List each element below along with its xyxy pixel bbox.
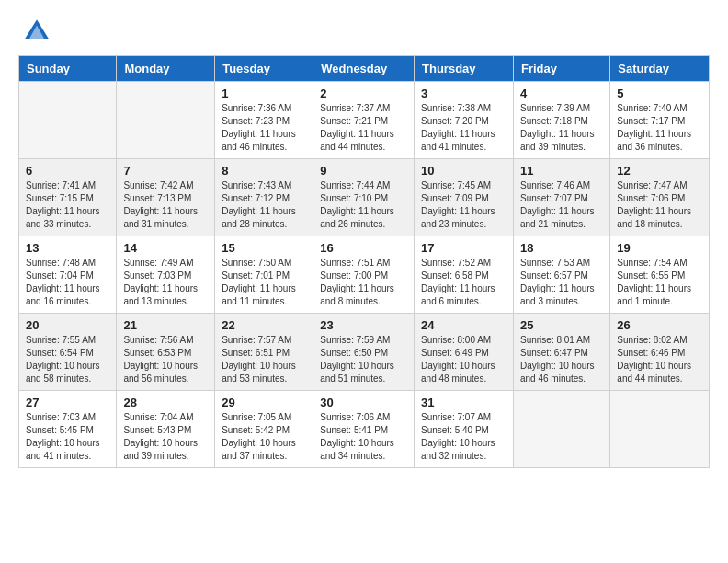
column-header-tuesday: Tuesday: [215, 56, 313, 82]
cell-info: Sunrise: 7:41 AMSunset: 7:15 PMDaylight:…: [26, 179, 109, 231]
column-header-friday: Friday: [513, 56, 609, 82]
cell-info: Sunrise: 7:59 AMSunset: 6:50 PMDaylight:…: [320, 334, 407, 385]
calendar-cell: 4Sunrise: 7:39 AMSunset: 7:18 PMDaylight…: [513, 82, 609, 159]
day-number: 14: [123, 241, 208, 255]
calendar-table: SundayMondayTuesdayWednesdayThursdayFrid…: [18, 55, 710, 468]
calendar-cell: 28Sunrise: 7:04 AMSunset: 5:43 PMDayligh…: [117, 391, 215, 468]
calendar-cell: 12Sunrise: 7:47 AMSunset: 7:06 PMDayligh…: [610, 159, 710, 236]
calendar-cell: 2Sunrise: 7:37 AMSunset: 7:21 PMDaylight…: [313, 82, 415, 159]
column-header-sunday: Sunday: [19, 56, 117, 82]
cell-info: Sunrise: 7:45 AMSunset: 7:09 PMDaylight:…: [421, 179, 506, 231]
calendar-cell: 8Sunrise: 7:43 AMSunset: 7:12 PMDaylight…: [215, 159, 313, 236]
calendar-cell: 7Sunrise: 7:42 AMSunset: 7:13 PMDaylight…: [117, 159, 215, 236]
day-number: 9: [320, 164, 407, 178]
calendar-cell: 21Sunrise: 7:56 AMSunset: 6:53 PMDayligh…: [117, 314, 215, 391]
calendar-cell: 31Sunrise: 7:07 AMSunset: 5:40 PMDayligh…: [415, 391, 514, 468]
cell-info: Sunrise: 7:54 AMSunset: 6:55 PMDaylight:…: [617, 257, 702, 308]
day-number: 8: [222, 164, 306, 178]
calendar-header-row: SundayMondayTuesdayWednesdayThursdayFrid…: [19, 56, 710, 82]
calendar-cell: 18Sunrise: 7:53 AMSunset: 6:57 PMDayligh…: [513, 236, 609, 314]
cell-info: Sunrise: 7:47 AMSunset: 7:06 PMDaylight:…: [617, 179, 702, 231]
page-header: [0, 0, 728, 55]
logo-icon: [22, 17, 51, 46]
cell-info: Sunrise: 7:04 AMSunset: 5:43 PMDaylight:…: [123, 411, 208, 463]
calendar-cell: [513, 391, 609, 468]
calendar-cell: 14Sunrise: 7:49 AMSunset: 7:03 PMDayligh…: [117, 236, 215, 314]
cell-info: Sunrise: 7:56 AMSunset: 6:53 PMDaylight:…: [123, 334, 208, 385]
cell-info: Sunrise: 7:49 AMSunset: 7:03 PMDaylight:…: [123, 257, 208, 308]
calendar-cell: 5Sunrise: 7:40 AMSunset: 7:17 PMDaylight…: [610, 82, 710, 159]
calendar-cell: 10Sunrise: 7:45 AMSunset: 7:09 PMDayligh…: [415, 159, 514, 236]
day-number: 28: [123, 396, 208, 409]
day-number: 19: [617, 241, 702, 255]
day-number: 16: [320, 241, 407, 255]
calendar-cell: 13Sunrise: 7:48 AMSunset: 7:04 PMDayligh…: [19, 236, 117, 314]
calendar-cell: 11Sunrise: 7:46 AMSunset: 7:07 PMDayligh…: [513, 159, 609, 236]
calendar-cell: [610, 391, 710, 468]
calendar-week-row: 27Sunrise: 7:03 AMSunset: 5:45 PMDayligh…: [19, 391, 710, 468]
cell-info: Sunrise: 7:42 AMSunset: 7:13 PMDaylight:…: [123, 179, 208, 231]
cell-info: Sunrise: 7:50 AMSunset: 7:01 PMDaylight:…: [222, 257, 306, 308]
day-number: 22: [222, 318, 306, 332]
cell-info: Sunrise: 7:05 AMSunset: 5:42 PMDaylight:…: [222, 411, 306, 463]
cell-info: Sunrise: 8:01 AMSunset: 6:47 PMDaylight:…: [520, 334, 603, 385]
day-number: 7: [123, 164, 208, 178]
day-number: 1: [222, 86, 306, 100]
day-number: 20: [26, 318, 109, 332]
calendar-cell: 24Sunrise: 8:00 AMSunset: 6:49 PMDayligh…: [415, 314, 514, 391]
day-number: 11: [520, 164, 603, 178]
cell-info: Sunrise: 7:51 AMSunset: 7:00 PMDaylight:…: [320, 257, 407, 308]
day-number: 15: [222, 241, 306, 255]
day-number: 12: [617, 164, 702, 178]
cell-info: Sunrise: 7:40 AMSunset: 7:17 PMDaylight:…: [617, 102, 702, 154]
cell-info: Sunrise: 7:06 AMSunset: 5:41 PMDaylight:…: [320, 411, 407, 463]
calendar-cell: 23Sunrise: 7:59 AMSunset: 6:50 PMDayligh…: [313, 314, 415, 391]
calendar-cell: 22Sunrise: 7:57 AMSunset: 6:51 PMDayligh…: [215, 314, 313, 391]
cell-info: Sunrise: 8:00 AMSunset: 6:49 PMDaylight:…: [421, 334, 506, 385]
day-number: 3: [421, 86, 506, 100]
day-number: 18: [520, 241, 603, 255]
day-number: 27: [26, 396, 109, 409]
calendar-cell: 17Sunrise: 7:52 AMSunset: 6:58 PMDayligh…: [415, 236, 514, 314]
cell-info: Sunrise: 7:03 AMSunset: 5:45 PMDaylight:…: [26, 411, 109, 463]
cell-info: Sunrise: 7:36 AMSunset: 7:23 PMDaylight:…: [222, 102, 306, 154]
cell-info: Sunrise: 7:55 AMSunset: 6:54 PMDaylight:…: [26, 334, 109, 385]
calendar-week-row: 20Sunrise: 7:55 AMSunset: 6:54 PMDayligh…: [19, 314, 710, 391]
cell-info: Sunrise: 7:43 AMSunset: 7:12 PMDaylight:…: [222, 179, 306, 231]
day-number: 6: [26, 164, 109, 178]
calendar-week-row: 1Sunrise: 7:36 AMSunset: 7:23 PMDaylight…: [19, 82, 710, 159]
calendar-cell: 27Sunrise: 7:03 AMSunset: 5:45 PMDayligh…: [19, 391, 117, 468]
calendar-cell: 19Sunrise: 7:54 AMSunset: 6:55 PMDayligh…: [610, 236, 710, 314]
cell-info: Sunrise: 7:44 AMSunset: 7:10 PMDaylight:…: [320, 179, 407, 231]
calendar-cell: 25Sunrise: 8:01 AMSunset: 6:47 PMDayligh…: [513, 314, 609, 391]
calendar-cell: 26Sunrise: 8:02 AMSunset: 6:46 PMDayligh…: [610, 314, 710, 391]
cell-info: Sunrise: 7:48 AMSunset: 7:04 PMDaylight:…: [26, 257, 109, 308]
day-number: 13: [26, 241, 109, 255]
column-header-wednesday: Wednesday: [313, 56, 415, 82]
calendar-week-row: 6Sunrise: 7:41 AMSunset: 7:15 PMDaylight…: [19, 159, 710, 236]
cell-info: Sunrise: 7:39 AMSunset: 7:18 PMDaylight:…: [520, 102, 603, 154]
calendar-week-row: 13Sunrise: 7:48 AMSunset: 7:04 PMDayligh…: [19, 236, 710, 314]
cell-info: Sunrise: 7:52 AMSunset: 6:58 PMDaylight:…: [421, 257, 506, 308]
cell-info: Sunrise: 7:38 AMSunset: 7:20 PMDaylight:…: [421, 102, 506, 154]
cell-info: Sunrise: 7:53 AMSunset: 6:57 PMDaylight:…: [520, 257, 603, 308]
calendar-cell: 16Sunrise: 7:51 AMSunset: 7:00 PMDayligh…: [313, 236, 415, 314]
calendar-cell: 3Sunrise: 7:38 AMSunset: 7:20 PMDaylight…: [415, 82, 514, 159]
day-number: 25: [520, 318, 603, 332]
day-number: 4: [520, 86, 603, 100]
column-header-thursday: Thursday: [415, 56, 514, 82]
cell-info: Sunrise: 7:37 AMSunset: 7:21 PMDaylight:…: [320, 102, 407, 154]
calendar-cell: 9Sunrise: 7:44 AMSunset: 7:10 PMDaylight…: [313, 159, 415, 236]
day-number: 31: [421, 396, 506, 409]
calendar-cell: 6Sunrise: 7:41 AMSunset: 7:15 PMDaylight…: [19, 159, 117, 236]
calendar-cell: 30Sunrise: 7:06 AMSunset: 5:41 PMDayligh…: [313, 391, 415, 468]
day-number: 10: [421, 164, 506, 178]
cell-info: Sunrise: 7:57 AMSunset: 6:51 PMDaylight:…: [222, 334, 306, 385]
calendar-cell: 1Sunrise: 7:36 AMSunset: 7:23 PMDaylight…: [215, 82, 313, 159]
calendar-cell: [117, 82, 215, 159]
calendar-cell: 20Sunrise: 7:55 AMSunset: 6:54 PMDayligh…: [19, 314, 117, 391]
column-header-saturday: Saturday: [610, 56, 710, 82]
day-number: 21: [123, 318, 208, 332]
day-number: 26: [617, 318, 702, 332]
cell-info: Sunrise: 7:07 AMSunset: 5:40 PMDaylight:…: [421, 411, 506, 463]
